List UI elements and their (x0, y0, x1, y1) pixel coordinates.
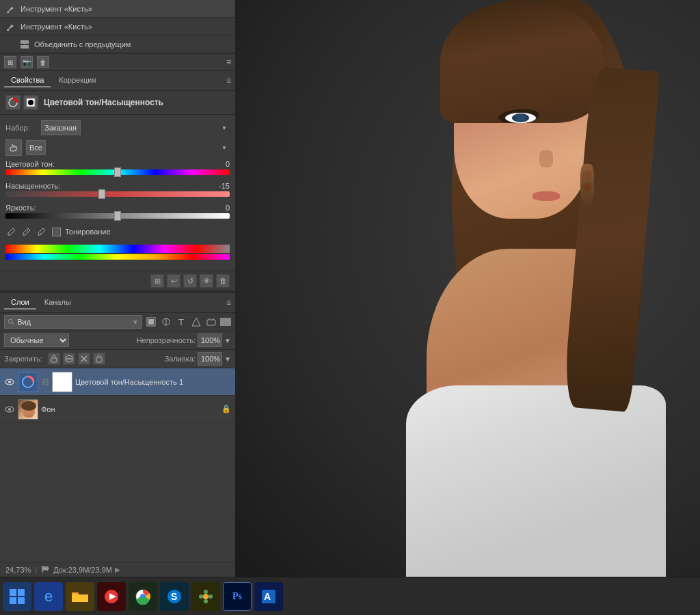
bright-value: 0 (202, 204, 230, 212)
spectrum-bar-1 (5, 245, 230, 253)
sat-slider-thumb[interactable] (98, 189, 105, 199)
tshirt (406, 385, 666, 577)
hue-slider-track[interactable] (5, 169, 230, 176)
svg-line-8 (27, 230, 28, 232)
search-input[interactable] (17, 318, 129, 326)
bright-slider-track[interactable] (5, 213, 230, 220)
channel-select[interactable]: Все (26, 140, 46, 155)
eyedropper3-icon[interactable] (36, 226, 48, 238)
props-title: Цветовой тон/Насыщенность (44, 98, 163, 107)
fill-dropdown[interactable]: ▼ (224, 355, 231, 363)
tab-correction[interactable]: Коррекция (52, 74, 103, 87)
lips (533, 191, 560, 201)
taskbar-bee-icon[interactable] (191, 582, 220, 611)
props-top-bar: ⊞ 📷 🗑 ≡ (0, 54, 235, 71)
svg-point-10 (8, 319, 12, 323)
layer-visibility-2[interactable] (4, 404, 15, 415)
opacity-dropdown[interactable]: ▼ (224, 337, 231, 344)
eyedropper1-icon[interactable] (5, 226, 18, 238)
sat-value: -15 (202, 182, 230, 190)
flag-icon[interactable]: 🏁 (41, 566, 49, 573)
taskbar-windows-icon[interactable] (3, 582, 31, 611)
layer-visibility-1[interactable] (4, 377, 15, 387)
fill-input[interactable] (198, 352, 222, 366)
tab-properties[interactable]: Свойства (4, 74, 51, 87)
taskbar-chrome-icon[interactable] (129, 582, 157, 611)
status-play[interactable]: ▶ (115, 566, 120, 573)
merge-icon (19, 39, 30, 50)
layer-icon-5[interactable] (205, 316, 217, 328)
tool-history: Инструмент «Кисть» Инструмент «Кисть» Об… (0, 0, 235, 54)
props-bottom-icon-1[interactable]: ⊞ (150, 274, 164, 288)
layer-name-bg: Фон (41, 405, 219, 413)
brush-icon-2 (5, 21, 16, 32)
tab-channels[interactable]: Каналы (38, 296, 78, 310)
properties-tabs: Свойства Коррекция (4, 74, 103, 87)
taskbar-media-icon[interactable] (97, 582, 126, 611)
sat-slider-bg (5, 191, 230, 197)
tool-item-1[interactable]: Инструмент «Кисть» (0, 0, 235, 18)
tool-item-2[interactable]: Инструмент «Кисть» (0, 18, 235, 36)
tab-layers[interactable]: Слои (4, 296, 36, 310)
bright-slider-thumb[interactable] (114, 211, 121, 221)
doc-label: Док: (53, 566, 68, 574)
layer-thumb-huesat (18, 372, 38, 392)
opacity-input[interactable] (198, 333, 222, 347)
search-dropdown-icon[interactable]: ▼ (132, 318, 139, 326)
zoom-display: 24,73% (5, 566, 31, 574)
props-bottom-icon-4[interactable]: 👁 (200, 274, 213, 288)
taskbar-ps-icon[interactable]: Ps (223, 582, 252, 611)
panel-menu-icon[interactable]: ≡ (226, 57, 231, 67)
add-panel-icon[interactable]: ⊞ (4, 56, 16, 68)
taskbar-ie-icon[interactable]: e (34, 582, 63, 611)
layer-item-bg[interactable]: Фон 🔒 (0, 396, 235, 423)
preset-select[interactable]: Заказная (41, 120, 81, 135)
hue-slider-thumb[interactable] (114, 167, 121, 177)
blend-select[interactable]: Обычные (4, 333, 69, 347)
layer-icon-1[interactable] (145, 316, 157, 328)
props-bottom-icon-3[interactable]: ↺ (183, 274, 197, 288)
hue-sat-icon[interactable] (5, 95, 21, 110)
lock-icon-3[interactable] (78, 353, 90, 365)
layer-icon-3[interactable]: T (175, 316, 187, 328)
svg-marker-16 (192, 318, 200, 326)
svg-rect-17 (207, 320, 215, 325)
eyedropper2-icon[interactable] (21, 226, 33, 238)
mask-icon[interactable] (23, 95, 38, 110)
layers-list: ⛓ Цветовой тон/Насыщенность 1 Фон 🔒 (0, 368, 235, 423)
sat-slider-track[interactable] (5, 191, 230, 198)
hue-slider-section: Цветовой тон: 0 (5, 160, 230, 176)
trash-top-icon[interactable]: 🗑 (37, 56, 49, 68)
search-icon (8, 318, 14, 326)
layer-icon-4[interactable] (190, 316, 202, 328)
props-bottom-icon-2[interactable]: ↩ (167, 274, 180, 288)
props-bottom-bar: ⊞ ↩ ↺ 👁 🗑 (0, 271, 235, 290)
camera-icon[interactable]: 📷 (21, 56, 33, 68)
layer-item-huesat[interactable]: ⛓ Цветовой тон/Насыщенность 1 (0, 368, 235, 396)
lock-icon-1[interactable] (48, 353, 60, 365)
svg-point-25 (8, 381, 11, 383)
lock-icon-2[interactable] (63, 353, 75, 365)
svg-rect-20 (51, 358, 57, 362)
toning-label: Тонирование (65, 228, 111, 236)
sat-label-row: Насыщенность: -15 (5, 182, 230, 190)
taskbar-skype-icon[interactable]: S (160, 582, 189, 611)
merge-item[interactable]: Объединить с предыдущим (0, 36, 235, 53)
layer-icon-2[interactable] (160, 316, 172, 328)
canvas-content (235, 0, 700, 577)
svg-rect-13 (148, 319, 154, 325)
svg-text:A: A (264, 591, 271, 602)
layer-icon-6[interactable] (220, 318, 231, 326)
hand-tool-icon[interactable] (5, 139, 22, 156)
lock-icon-4[interactable] (93, 353, 105, 365)
properties-tab-bar: Свойства Коррекция ≡ (0, 71, 235, 91)
svg-rect-40 (10, 597, 16, 604)
svg-text:S: S (171, 591, 177, 602)
layers-menu-icon[interactable]: ≡ (226, 298, 231, 308)
props-menu-icon[interactable]: ≡ (226, 76, 231, 85)
toning-checkbox[interactable] (52, 228, 61, 236)
layer-lock-icon: 🔒 (221, 405, 231, 413)
taskbar-office-icon[interactable]: A (254, 582, 283, 611)
props-bottom-icon-5[interactable]: 🗑 (216, 274, 230, 288)
taskbar-folder-icon[interactable] (66, 582, 94, 611)
